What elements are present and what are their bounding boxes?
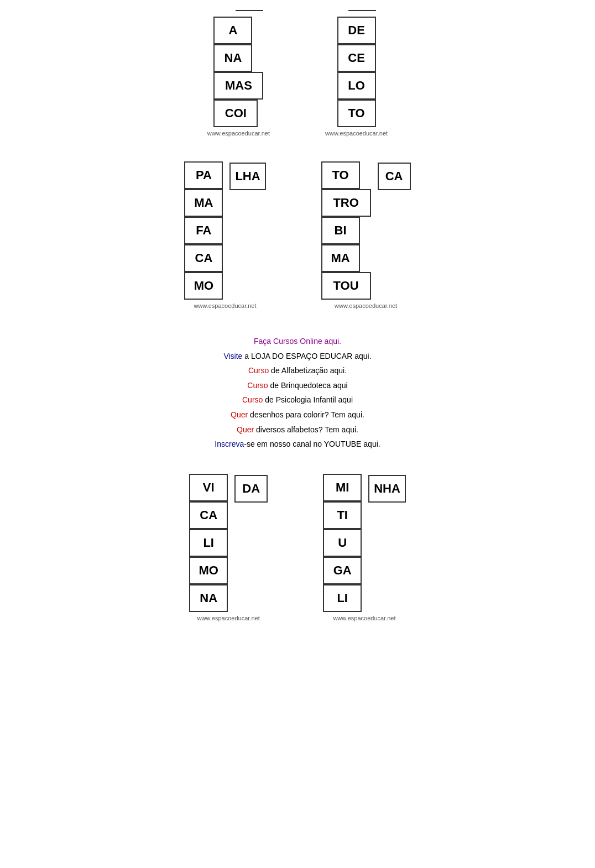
- section3-left-panel: VI CA LI MO NA DA www.espacoeducar.net: [189, 474, 268, 621]
- syllable-box: LI: [323, 584, 362, 612]
- section3-left-syllables: VI CA LI MO NA: [189, 474, 228, 612]
- syllable-box: MA: [321, 244, 360, 272]
- info-text: Faça Cursos Online aqui.: [254, 337, 341, 346]
- syllable-box: FA: [184, 217, 223, 244]
- syllable-box: PA: [184, 161, 223, 189]
- syllable-box: U: [323, 529, 362, 557]
- section2-right-syllables: TO TRO BI MA TOU: [321, 161, 371, 300]
- syllable-box: DE: [337, 17, 376, 44]
- info-line-3: Curso de Alfabetização aqui.: [0, 363, 595, 378]
- info-text: Curso: [242, 395, 263, 404]
- section2-right-suffix-wrapper: CA: [378, 163, 411, 190]
- section1-left-header-line: [236, 10, 263, 11]
- info-text: a LOJA DO ESPAÇO EDUCAR aqui.: [244, 352, 371, 360]
- info-text: desenhos para colorir? Tem aqui.: [248, 410, 364, 419]
- section1-left-syllables: A NA MAS COI: [213, 17, 263, 127]
- info-line-7: Quer diversos alfabetos? Tem aqui.: [0, 422, 595, 437]
- syllable-box: TO: [321, 161, 360, 189]
- section1-right-panel: DE CE LO TO www.espacoeducar.net: [325, 17, 388, 137]
- syllable-box: TOU: [321, 272, 371, 300]
- info-text: Curso: [248, 366, 269, 375]
- section1-left-website: www.espacoeducar.net: [207, 130, 270, 137]
- section2-right-website: www.espacoeducar.net: [335, 302, 397, 309]
- section1-right-stack-wrapper: DE CE LO TO: [337, 17, 376, 127]
- info-text: Quer: [231, 410, 248, 419]
- section3-panels: VI CA LI MO NA DA www.espacoeducar.net M…: [189, 474, 406, 621]
- syllable-box: CA: [189, 501, 228, 529]
- syllable-box: NA: [189, 584, 228, 612]
- section3-left-inner: VI CA LI MO NA DA: [189, 474, 268, 612]
- section1-left-inner: A NA MAS COI: [213, 17, 263, 127]
- section1-right-header-line: [348, 10, 376, 11]
- info-line-5: Curso de Psicologia Infantil aqui: [0, 393, 595, 407]
- info-text: Curso: [247, 381, 268, 390]
- info-text: Quer: [237, 425, 254, 434]
- section3-left-suffix-wrapper: DA: [234, 475, 268, 503]
- section3-right-panel: MI TI U GA LI NHA www.espacoeducar.net: [323, 474, 406, 621]
- syllable-box: CE: [337, 44, 376, 72]
- syllable-box: TRO: [321, 189, 371, 217]
- section3-right-website: www.espacoeducar.net: [333, 615, 395, 621]
- section2-left-inner: PA MA FA CA MO LHA: [184, 161, 265, 300]
- section3-right-syllables: MI TI U GA LI: [323, 474, 362, 612]
- syllable-box: TI: [323, 501, 362, 529]
- syllable-box: MAS: [213, 72, 263, 100]
- section1: A NA MAS COI www.espacoeducar.net DE CE …: [0, 17, 595, 139]
- syllable-box: MI: [323, 474, 362, 501]
- syllable-box: LO: [337, 72, 376, 100]
- syllable-box: A: [213, 17, 252, 44]
- syllable-box: MO: [184, 272, 223, 300]
- section1-panels: A NA MAS COI www.espacoeducar.net DE CE …: [207, 17, 388, 137]
- section3-right-inner: MI TI U GA LI NHA: [323, 474, 406, 612]
- info-line-8: Inscreva-se em nosso canal no YOUTUBE aq…: [0, 437, 595, 452]
- info-text: de Brinquedoteca aqui: [268, 381, 348, 390]
- syllable-box: GA: [323, 557, 362, 584]
- syllable-box: MA: [184, 189, 223, 217]
- section1-right-syllables: DE CE LO TO: [337, 17, 376, 127]
- section2-right-panel: TO TRO BI MA TOU CA www.espacoeducar.net: [321, 161, 411, 309]
- section2-right-suffix: CA: [378, 163, 411, 190]
- info-text: Inscreva: [215, 440, 244, 448]
- syllable-box: COI: [213, 100, 258, 127]
- section1-right-inner: DE CE LO TO: [337, 17, 376, 127]
- info-text: de Alfabetização aqui.: [269, 366, 347, 375]
- info-text: Visite: [223, 352, 244, 360]
- section1-left-stack-wrapper: A NA MAS COI: [213, 17, 263, 127]
- section2: PA MA FA CA MO LHA www.espacoeducar.net …: [0, 161, 595, 312]
- info-line-2: Visite a LOJA DO ESPAÇO EDUCAR aqui.: [0, 349, 595, 364]
- section2-left-suffix: LHA: [229, 163, 265, 190]
- section3-left-website: www.espacoeducar.net: [197, 615, 260, 621]
- section3-right-suffix-wrapper: NHA: [368, 475, 406, 503]
- syllable-box: MO: [189, 557, 228, 584]
- section1-right-website: www.espacoeducar.net: [325, 130, 388, 137]
- info-line-1: Faça Cursos Online aqui.: [0, 334, 595, 349]
- syllable-box: BI: [321, 217, 360, 244]
- section3-left-suffix: DA: [234, 475, 268, 503]
- section2-left-website: www.espacoeducar.net: [194, 302, 256, 309]
- syllable-box: NA: [213, 44, 252, 72]
- info-text: -se em nosso canal no YOUTUBE aqui.: [244, 440, 380, 448]
- info-line-4: Curso de Brinquedoteca aqui: [0, 378, 595, 393]
- section3-right-suffix: NHA: [368, 475, 406, 503]
- section2-left-suffix-wrapper: LHA: [229, 163, 265, 190]
- section1-left-panel: A NA MAS COI www.espacoeducar.net: [207, 17, 270, 137]
- syllable-box: TO: [337, 100, 376, 127]
- syllable-box: LI: [189, 529, 228, 557]
- section2-panels: PA MA FA CA MO LHA www.espacoeducar.net …: [184, 161, 410, 309]
- info-section: Faça Cursos Online aqui. Visite a LOJA D…: [0, 334, 595, 452]
- syllable-box: VI: [189, 474, 228, 501]
- info-text: de Psicologia Infantil aqui: [263, 395, 353, 404]
- section2-left-syllables: PA MA FA CA MO: [184, 161, 223, 300]
- syllable-box: CA: [184, 244, 223, 272]
- info-line-6: Quer desenhos para colorir? Tem aqui.: [0, 407, 595, 422]
- section3: VI CA LI MO NA DA www.espacoeducar.net M…: [0, 474, 595, 624]
- section2-right-inner: TO TRO BI MA TOU CA: [321, 161, 411, 300]
- info-text: diversos alfabetos? Tem aqui.: [254, 425, 358, 434]
- section2-left-panel: PA MA FA CA MO LHA www.espacoeducar.net: [184, 161, 265, 309]
